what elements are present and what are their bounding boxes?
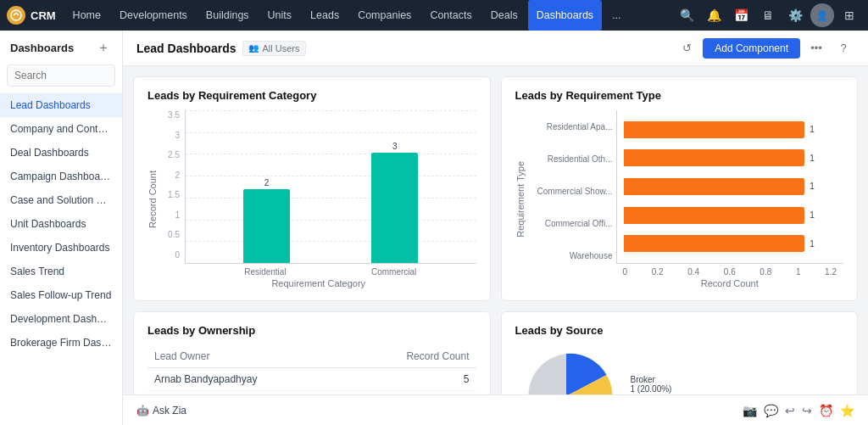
settings-icon[interactable]: ⚙️: [783, 3, 807, 27]
hbar-label-1: Residential Oth...: [548, 154, 613, 164]
hbar-row-2: 1: [624, 178, 837, 195]
hbar-val-3: 1: [810, 210, 815, 220]
bar2-value: 3: [392, 142, 398, 151]
nav-buildings[interactable]: Buildings: [198, 0, 258, 31]
calendar-icon[interactable]: 📅: [729, 3, 753, 27]
sidebar-item-sales-trend[interactable]: Sales Trend: [0, 260, 122, 283]
main-header-right: ↺ Add Component ••• ?: [676, 37, 854, 59]
sidebar-item-company-contact[interactable]: Company and Contac...: [0, 117, 122, 141]
bell-icon[interactable]: 🔔: [702, 3, 726, 27]
logo-icon: [7, 6, 25, 25]
hbar-label-2: Commercial Show...: [537, 187, 613, 196]
req-cat-y-title: Record Count: [147, 171, 158, 228]
redo-icon[interactable]: ↪: [802, 404, 812, 417]
sidebar-item-case-solution[interactable]: Case and Solution Da...: [0, 188, 122, 212]
monitor-icon[interactable]: 🖥: [756, 3, 780, 27]
sidebar-item-sales-followup[interactable]: Sales Follow-up Trend: [0, 283, 122, 307]
help-button[interactable]: ?: [832, 37, 854, 59]
source-title: Leads by Source: [515, 324, 844, 337]
search-icon[interactable]: 🔍: [675, 3, 698, 27]
source-chart-area: Broker1 (20.00%) Inbound Call1 (20.00%): [515, 345, 844, 394]
bottom-bar: 🤖 Ask Zia 📷 💬 ↩ ↪ ⏰ ⭐: [123, 394, 868, 425]
top-navigation: CRM Home Developments Buildings Units Le…: [0, 0, 868, 31]
bar-residential: [243, 189, 290, 263]
table-row: Arnab Bandyapadhyay 5: [147, 368, 476, 391]
hbar-row-0: 1: [624, 121, 837, 138]
x-label-commercial: Commercial: [371, 267, 416, 277]
x-tick-0: 0: [623, 267, 628, 277]
nav-deals[interactable]: Deals: [482, 0, 526, 31]
hbar-val-0: 1: [810, 125, 815, 134]
hbar-label-0: Residential Apa...: [547, 122, 613, 131]
dashboard-grid: Leads by Requirement Category Record Cou…: [123, 66, 868, 394]
user-avatar[interactable]: 👤: [810, 3, 834, 27]
refresh-button[interactable]: ↺: [676, 37, 698, 59]
alarm-icon[interactable]: ⏰: [819, 404, 833, 417]
undo-icon[interactable]: ↩: [785, 404, 795, 417]
req-cat-x-title: Requirement Category: [161, 278, 476, 288]
req-type-x-title: Record Count: [616, 278, 844, 288]
nav-units[interactable]: Units: [259, 0, 300, 31]
hbar-bar-2: [624, 178, 805, 195]
svg-point-0: [11, 10, 21, 20]
pie-svg: [515, 345, 617, 394]
sidebar-search-input[interactable]: [7, 64, 115, 87]
nav-developments[interactable]: Developments: [111, 0, 196, 31]
bar1-value: 2: [264, 178, 270, 187]
all-users-badge[interactable]: 👥 All Users: [242, 41, 305, 56]
nav-more[interactable]: ...: [604, 0, 629, 31]
hbar-row-4: 1: [624, 235, 837, 252]
hbar-val-2: 1: [810, 182, 815, 191]
hbar-label-3: Commercial Offi...: [545, 219, 613, 228]
nav-companies[interactable]: Companies: [349, 0, 420, 31]
ownership-table: Lead Owner Record Count Arnab Bandyapadh…: [147, 345, 476, 391]
users-icon: 👥: [248, 43, 259, 53]
chat-icon[interactable]: 💬: [764, 404, 778, 417]
requirement-type-title: Leads by Requirement Type: [515, 89, 844, 102]
sidebar-item-deal-dashboards[interactable]: Deal Dashboards: [0, 141, 122, 165]
sidebar-item-inventory-dashboards[interactable]: Inventory Dashboards: [0, 236, 122, 260]
sidebar-add-button[interactable]: ＋: [95, 39, 112, 56]
add-component-button[interactable]: Add Component: [703, 38, 800, 59]
hbar-bar-1: [624, 149, 805, 166]
x-tick-1: 1: [796, 267, 801, 277]
camera-icon[interactable]: 📷: [743, 404, 757, 417]
app-name: CRM: [31, 9, 56, 22]
nav-leads[interactable]: Leads: [302, 0, 348, 31]
topnav-actions: 🔍 🔔 📅 🖥 ⚙️ 👤 ⊞: [675, 3, 861, 27]
sidebar-item-campaign-dashboards[interactable]: Campaign Dashboards: [0, 165, 122, 188]
x-tick-0-8: 0.8: [760, 267, 771, 277]
hbar-val-1: 1: [810, 154, 815, 163]
ask-zia-button[interactable]: 🤖 Ask Zia: [136, 405, 186, 417]
main-header: Lead Dashboards 👥 All Users ↺ Add Compon…: [123, 31, 868, 66]
bar-commercial: [371, 153, 418, 263]
nav-contacts[interactable]: Contacts: [421, 0, 480, 31]
page-title: Lead Dashboards: [136, 42, 236, 55]
main-header-left: Lead Dashboards 👥 All Users: [136, 41, 306, 56]
grid-icon[interactable]: ⊞: [837, 3, 861, 27]
x-tick-0-6: 0.6: [724, 267, 736, 277]
sidebar-item-brokerage-firm[interactable]: Brokerage Firm Dash...: [0, 331, 122, 355]
source-card: Leads by Source: [501, 311, 859, 394]
sidebar-item-development-dashbo[interactable]: Development Dashbo...: [0, 307, 122, 331]
x-tick-0-2: 0.2: [652, 267, 664, 277]
col-lead-owner: Lead Owner: [147, 345, 346, 368]
nav-home[interactable]: Home: [64, 0, 109, 31]
hbar-row-3: 1: [624, 207, 837, 224]
more-options-button[interactable]: •••: [805, 37, 827, 59]
y-tick-3: 3: [175, 131, 180, 140]
x-tick-0-4: 0.4: [687, 267, 699, 277]
y-tick-1-5: 1.5: [168, 190, 180, 199]
sidebar-item-unit-dashboards[interactable]: Unit Dashboards: [0, 212, 122, 236]
app-logo[interactable]: CRM: [7, 6, 56, 25]
req-type-y-title: Requirement Type: [515, 161, 526, 238]
all-users-label: All Users: [262, 43, 299, 53]
sidebar: Dashboards ＋ Lead Dashboards Company and…: [0, 31, 123, 425]
hbar-bar-3: [624, 207, 805, 224]
zia-icon: 🤖: [136, 405, 149, 417]
x-label-residential: Residential: [244, 267, 286, 277]
nav-dashboards[interactable]: Dashboards: [528, 0, 602, 31]
bottom-bar-icons: 📷 💬 ↩ ↪ ⏰ ⭐: [743, 404, 854, 417]
star-icon[interactable]: ⭐: [840, 404, 854, 417]
sidebar-item-lead-dashboards[interactable]: Lead Dashboards: [0, 93, 122, 117]
